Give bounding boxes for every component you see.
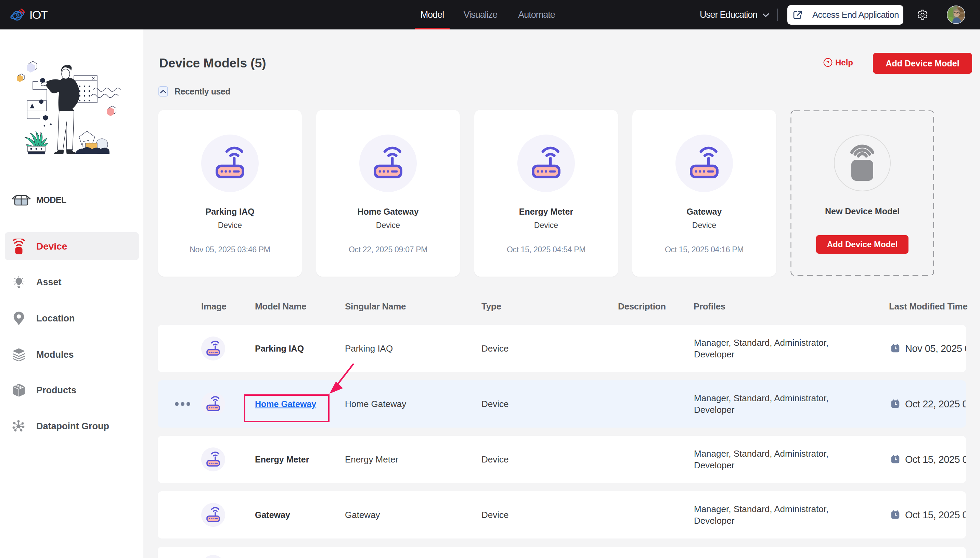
svg-text:?: ? [826, 59, 829, 66]
